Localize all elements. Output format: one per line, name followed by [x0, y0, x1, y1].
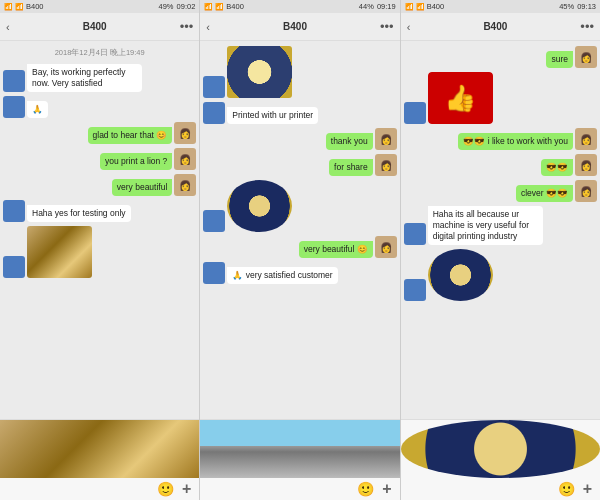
toolbar-row: 🙂 +	[0, 478, 199, 500]
back-button[interactable]: ‹	[407, 21, 411, 33]
chat-panel-2: 📶 📶 B400 44% 09:19 ‹ B400 •••Printed wit…	[200, 0, 400, 500]
message-row: 👩glad to hear that 😊	[3, 122, 196, 144]
message-row: 👩for share	[203, 154, 396, 176]
avatar	[203, 262, 225, 284]
more-button[interactable]: •••	[380, 19, 394, 34]
message-row: Bay, its working perfectly now. Very sat…	[3, 64, 196, 92]
chat-panel-1: 📶 📶 B400 49% 09:02 ‹ B400 •••2018年12月4日 …	[0, 0, 200, 500]
message-image-4	[227, 180, 292, 232]
chat-panel-3: 📶 📶 B400 45% 09:13 ‹ B400 •••👩sure👍👩😎😎 i…	[401, 0, 600, 500]
message-bubble-3: 😎😎	[541, 159, 573, 176]
message-bubble-2: 😎😎 i like to work with you	[458, 133, 573, 150]
status-right: 44% 09:19	[359, 2, 396, 11]
back-button[interactable]: ‹	[206, 21, 210, 33]
avatar-right: 👩	[575, 180, 597, 202]
add-button[interactable]: +	[382, 480, 391, 498]
avatar	[404, 279, 426, 301]
message-bubble-5: very beautiful 😊	[299, 241, 373, 258]
chat-title: B400	[483, 21, 507, 32]
avatar	[3, 200, 25, 222]
more-button[interactable]: •••	[180, 19, 194, 34]
avatar	[404, 223, 426, 245]
message-bubble-4: very beautiful	[112, 179, 173, 196]
chat-title: B400	[283, 21, 307, 32]
add-button[interactable]: +	[583, 480, 592, 498]
message-image-6	[428, 249, 493, 301]
status-left: 📶 📶 B400	[405, 2, 445, 11]
message-row: 🙏 very satisfied customer	[203, 262, 396, 284]
status-left: 📶 📶 B400	[204, 2, 244, 11]
messages-container: 2018年12月4日 晚上19:49Bay, its working perfe…	[0, 41, 199, 419]
avatar	[203, 102, 225, 124]
emoji-button[interactable]: 🙂	[558, 481, 575, 497]
image-preview	[401, 420, 600, 478]
message-bubble-3: you print a lion ?	[100, 153, 172, 170]
message-row: 👩you print a lion ?	[3, 148, 196, 170]
status-bar: 📶 📶 B400 49% 09:02	[0, 0, 199, 13]
emoji-button[interactable]: 🙂	[157, 481, 174, 497]
message-bubble-1: 🙏	[27, 101, 48, 118]
avatar-right: 👩	[375, 128, 397, 150]
message-bubble-2: thank you	[326, 133, 373, 150]
message-bubble-2: glad to hear that 😊	[88, 127, 173, 144]
avatar-right: 👩	[375, 154, 397, 176]
bottom-bar: 🙂 +	[0, 419, 199, 500]
chat-header: ‹ B400 •••	[0, 13, 199, 41]
status-right: 45% 09:13	[559, 2, 596, 11]
message-row: 🙏	[3, 96, 196, 118]
message-row	[404, 249, 597, 301]
avatar-right: 👩	[174, 148, 196, 170]
avatar-right: 👩	[575, 154, 597, 176]
status-bar: 📶 📶 B400 45% 09:13	[401, 0, 600, 13]
chat-header: ‹ B400 •••	[200, 13, 399, 41]
message-row: 👩very beautiful	[3, 174, 196, 196]
avatar-right: 👩	[375, 236, 397, 258]
message-bubble-6: 🙏 very satisfied customer	[227, 267, 337, 284]
status-bar: 📶 📶 B400 44% 09:19	[200, 0, 399, 13]
chat-title: B400	[83, 21, 107, 32]
message-row: 👩very beautiful 😊	[203, 236, 396, 258]
message-row: 👩😎😎	[404, 154, 597, 176]
avatar	[3, 96, 25, 118]
message-row	[203, 46, 396, 98]
message-bubble-0: sure	[546, 51, 573, 68]
message-image-0	[227, 46, 292, 98]
add-button[interactable]: +	[182, 480, 191, 498]
chat-header: ‹ B400 •••	[401, 13, 600, 41]
message-row: 👩😎😎 i like to work with you	[404, 128, 597, 150]
image-preview	[200, 420, 399, 478]
emoji-button[interactable]: 🙂	[357, 481, 374, 497]
message-image-1: 👍	[428, 72, 493, 124]
messages-container: Printed with ur printer👩thank you👩for sh…	[200, 41, 399, 419]
message-row	[3, 226, 196, 278]
message-bubble-5: Haha yes for testing only	[27, 205, 131, 222]
bottom-bar: 🙂 +	[200, 419, 399, 500]
message-row: Haha yes for testing only	[3, 200, 196, 222]
message-row: Printed with ur printer	[203, 102, 396, 124]
message-row: Haha its all because ur machine is very …	[404, 206, 597, 245]
bottom-bar: 🙂 +	[401, 419, 600, 500]
message-bubble-3: for share	[329, 159, 373, 176]
message-bubble-1: Printed with ur printer	[227, 107, 318, 124]
toolbar-row: 🙂 +	[200, 478, 399, 500]
avatar-right: 👩	[575, 46, 597, 68]
message-row: 👩sure	[404, 46, 597, 68]
message-bubble-0: Bay, its working perfectly now. Very sat…	[27, 64, 142, 92]
toolbar-row: 🙂 +	[401, 478, 600, 500]
back-button[interactable]: ‹	[6, 21, 10, 33]
avatar-right: 👩	[174, 122, 196, 144]
message-image-6	[27, 226, 92, 278]
date-label: 2018年12月4日 晚上19:49	[3, 48, 196, 58]
status-left: 📶 📶 B400	[4, 2, 44, 11]
avatar	[3, 256, 25, 278]
avatar	[203, 76, 225, 98]
avatar	[3, 70, 25, 92]
avatar-right: 👩	[575, 128, 597, 150]
message-bubble-4: clever 😎😎	[516, 185, 573, 202]
message-row: 👍	[404, 72, 597, 124]
message-bubble-5: Haha its all because ur machine is very …	[428, 206, 543, 245]
avatar	[203, 210, 225, 232]
more-button[interactable]: •••	[580, 19, 594, 34]
message-row: 👩clever 😎😎	[404, 180, 597, 202]
message-row: 👩thank you	[203, 128, 396, 150]
